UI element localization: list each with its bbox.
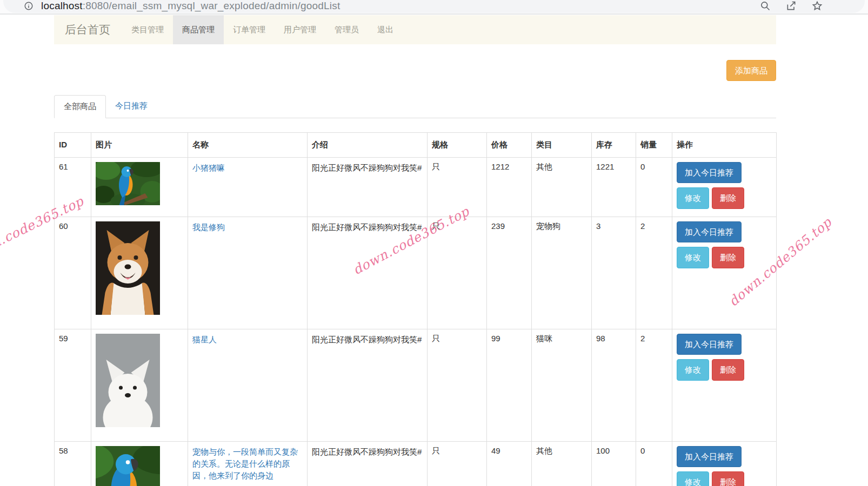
cell-category: 宠物狗 [532,217,592,329]
delete-button[interactable]: 删除 [712,359,744,380]
cell-sales: 2 [636,329,672,442]
add-to-today-button[interactable]: 加入今日推荐 [677,221,742,242]
nav-item-goods[interactable]: 商品管理 [173,15,224,44]
add-to-today-button[interactable]: 加入今日推荐 [677,334,742,355]
product-name-link[interactable]: 宠物与你，一段简单而又复杂的关系。无论是什么样的原因，他来到了你的身边 [192,447,298,480]
browser-chrome: localhost:8080/email_ssm_mysql_war_explo… [0,0,868,15]
cell-stock: 100 [592,442,636,486]
edit-button[interactable]: 修改 [677,471,709,486]
delete-button[interactable]: 删除 [712,247,744,268]
cell-price: 239 [487,217,532,329]
product-name-link[interactable]: 我是修狗 [192,222,225,232]
add-product-button[interactable]: 添加商品 [726,60,776,81]
cell-intro: 阳光正好微风不躁狗狗对我笑# [312,334,423,346]
header-image: 图片 [91,133,188,158]
shiba-dog-photo [96,221,160,315]
cell-id: 61 [55,158,91,217]
white-dog-photo [96,334,160,427]
cell-sales: 0 [636,158,672,217]
table-row: 60 [55,217,777,329]
cell-price: 99 [487,329,532,442]
delete-button[interactable]: 删除 [712,187,744,208]
share-icon[interactable] [786,1,797,11]
cell-stock: 1221 [592,158,636,217]
edit-button[interactable]: 修改 [677,247,709,268]
product-name-link[interactable]: 小猪猪嘛 [192,163,225,172]
cell-category: 其他 [532,158,592,217]
url-host: localhost [41,0,83,11]
header-stock: 库存 [592,133,636,158]
header-price: 价格 [487,133,532,158]
product-name-link[interactable]: 猫星人 [192,335,217,344]
header-intro: 介绍 [308,133,428,158]
nav-item-admin[interactable]: 管理员 [325,15,368,44]
add-to-today-button[interactable]: 加入今日推荐 [677,446,742,467]
table-row: 58 [55,442,777,486]
cell-stock: 3 [592,217,636,329]
cell-spec: 只 [428,329,487,442]
cell-sales: 2 [636,217,672,329]
info-icon[interactable] [24,1,34,11]
nav-item-orders[interactable]: 订单管理 [224,15,275,44]
nav-item-users[interactable]: 用户管理 [275,15,325,44]
cell-price: 49 [487,442,532,486]
toolbar: 添加商品 [54,44,776,80]
nav-item-category[interactable]: 类目管理 [122,15,173,44]
tab-all-products[interactable]: 全部商品 [54,95,106,118]
cell-sales: 0 [636,442,672,486]
cell-category: 其他 [532,442,592,486]
search-icon[interactable] [760,1,771,11]
header-name: 名称 [188,133,308,158]
header-category: 类目 [532,133,592,158]
admin-page: 后台首页 类目管理 商品管理 订单管理 用户管理 管理员 退出 添加商品 全部商… [54,15,776,486]
table-row: 61 [55,158,777,217]
edit-button[interactable]: 修改 [677,359,709,380]
product-table: ID 图片 名称 介绍 规格 价格 类目 库存 销量 操作 61 [54,132,777,486]
table-header-row: ID 图片 名称 介绍 规格 价格 类目 库存 销量 操作 [55,133,777,158]
cell-stock: 98 [592,329,636,442]
cell-id: 59 [55,329,91,442]
add-to-today-button[interactable]: 加入今日推荐 [677,162,742,183]
cell-spec: 只 [428,158,487,217]
header-id: ID [55,133,91,158]
header-spec: 规格 [428,133,487,158]
cell-spec: 只 [428,442,487,486]
table-row: 59 猫星人 阳光正好微风不躁狗狗对我笑# 只 [55,329,777,442]
cell-intro: 阳光正好微风不躁狗狗对我笑# [312,446,423,458]
cell-intro: 阳光正好微风不躁狗狗对我笑# [312,162,423,174]
tab-today-recommend[interactable]: 今日推荐 [106,95,157,118]
delete-button[interactable]: 删除 [712,471,744,486]
header-sales: 销量 [636,133,672,158]
parrot-photo [96,446,160,486]
product-tabs: 全部商品 今日推荐 [54,95,776,118]
cell-id: 58 [55,442,91,486]
parrot-photo [96,162,160,205]
navbar-brand[interactable]: 后台首页 [54,15,122,44]
cell-spec: 只 [428,217,487,329]
url-path: :8080/email_ssm_mysql_war_exploded/admin… [83,0,340,11]
url-text: localhost:8080/email_ssm_mysql_war_explo… [41,0,760,12]
header-actions: 操作 [672,133,777,158]
cell-price: 1212 [487,158,532,217]
nav-item-logout[interactable]: 退出 [368,15,403,44]
bookmark-star-icon[interactable] [812,1,823,11]
edit-button[interactable]: 修改 [677,187,709,208]
cell-intro: 阳光正好微风不躁狗狗对我笑# [312,221,423,234]
cell-id: 60 [55,217,91,329]
main-navbar: 后台首页 类目管理 商品管理 订单管理 用户管理 管理员 退出 [54,15,776,44]
url-bar[interactable]: localhost:8080/email_ssm_mysql_war_explo… [3,0,865,13]
cell-category: 猫咪 [532,329,592,442]
